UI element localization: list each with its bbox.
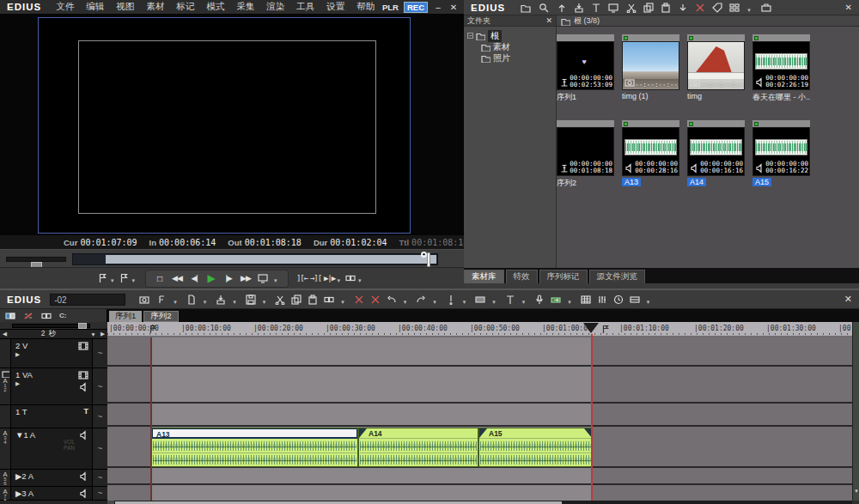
set-out-marker-button[interactable] (118, 270, 131, 286)
clip-title-bar[interactable]: A14 (359, 428, 478, 439)
clip-title-bar[interactable]: A13 (152, 428, 357, 439)
search-icon[interactable] (539, 3, 550, 13)
add-to-timeline-icon[interactable] (678, 3, 688, 13)
play-io-caret-icon[interactable]: ▾ (338, 277, 341, 284)
bin-clip-timg[interactable]: --:--:--:-- timg (687, 34, 745, 101)
create-title-icon[interactable] (591, 3, 601, 13)
out-point-marker-icon[interactable] (602, 325, 610, 334)
bin-clip-a14[interactable]: 00:00:00:0000:00:16:16 A14 (687, 120, 745, 187)
delete-icon[interactable] (695, 3, 705, 13)
scale-increase-icon[interactable]: ▶ (98, 331, 107, 337)
redo-icon[interactable] (416, 295, 426, 305)
add-marker-icon[interactable] (446, 295, 456, 305)
speaker-icon[interactable] (79, 382, 88, 392)
track-header-3a[interactable]: A 78 ▶3 A ~ (0, 487, 107, 501)
export-caret-icon[interactable]: ▾ (568, 299, 571, 306)
timeline-vertical-scrollbar[interactable]: ▼ (852, 322, 859, 501)
close-icon[interactable]: ✕ (448, 3, 459, 12)
timeline-ruler[interactable]: |00:00:00:00 |00:00:10:00 |00:00:20:00 |… (107, 322, 852, 337)
properties-icon[interactable] (712, 3, 722, 13)
playhead-line[interactable] (591, 334, 593, 501)
menu-edit[interactable]: 编辑 (80, 1, 110, 13)
render-icon[interactable] (630, 295, 640, 305)
folder-panel-close-icon[interactable]: ✕ (545, 16, 552, 25)
collapse-box-icon[interactable]: − (467, 33, 473, 39)
redo-caret-icon[interactable]: ▾ (433, 299, 436, 306)
film-icon[interactable] (78, 341, 88, 350)
transition-icon[interactable] (475, 295, 485, 305)
plr-mode-button[interactable]: PLR (382, 3, 399, 12)
save-caret-icon[interactable]: ▾ (263, 299, 266, 306)
scroll-down-icon[interactable]: ▼ (853, 489, 859, 494)
title-caret-icon[interactable]: ▾ (522, 299, 526, 306)
position-bar[interactable] (72, 253, 438, 265)
track-patch-icon[interactable]: ~ (92, 368, 107, 404)
sequence-name-field[interactable]: -02 (50, 294, 125, 306)
folder-item-photos[interactable]: 照片 (467, 52, 556, 64)
view-mode-caret-icon[interactable]: ▾ (747, 7, 751, 14)
set-in-marker-button[interactable] (96, 270, 110, 286)
speaker-icon[interactable] (79, 471, 88, 481)
import-caret-icon[interactable]: ▾ (233, 299, 236, 306)
loop-caret-icon[interactable]: ▾ (274, 277, 277, 284)
position-handle[interactable] (427, 252, 430, 267)
timeline-clip-a15[interactable]: A15 (478, 428, 593, 467)
save-icon[interactable] (246, 295, 256, 305)
scale-decrease-icon[interactable]: ◀ (0, 331, 9, 337)
export-caret-icon[interactable]: ▾ (358, 277, 362, 284)
match-frame-icon[interactable] (324, 295, 334, 305)
speaker-icon[interactable] (79, 430, 88, 440)
track-header-1a[interactable]: A 34 ▼1 A VOL PAN ~ (0, 428, 107, 470)
goto-out-button[interactable]: →][ (309, 270, 323, 286)
minimize-icon[interactable]: – (433, 3, 443, 12)
trim-grid-icon[interactable] (581, 295, 591, 305)
menu-settings[interactable]: 设置 (320, 1, 350, 13)
copy-icon[interactable] (291, 295, 302, 305)
play-button[interactable]: ▶ (204, 270, 218, 286)
paste-icon[interactable] (661, 3, 671, 13)
track-patch-icon[interactable]: ~ (92, 405, 107, 428)
track-patch-icon[interactable]: ~ (92, 487, 107, 500)
audio-mixer-icon[interactable] (597, 295, 607, 305)
paste-icon[interactable] (308, 295, 318, 305)
film-icon[interactable] (78, 370, 88, 380)
voiceover-mic-icon[interactable] (534, 295, 545, 305)
play-in-to-out-button[interactable]: ▶|▶ (323, 270, 337, 286)
capture-icon[interactable] (139, 295, 150, 305)
bin-clip-spring-song[interactable]: 00:00:00:0000:02:26:19 春天在哪里 - 小... (752, 34, 810, 101)
insert-overwrite-mode-icon[interactable] (5, 311, 15, 321)
in-marker-caret-icon[interactable]: ▾ (111, 277, 114, 284)
export-icon[interactable] (551, 295, 561, 305)
menu-view[interactable]: 视图 (110, 1, 140, 13)
shuttle-knob[interactable] (421, 252, 427, 258)
timeline-close-icon[interactable]: ✕ (844, 294, 852, 305)
timeline-zoom-handle[interactable] (78, 323, 87, 329)
match-frame-caret-icon[interactable]: ▾ (341, 299, 344, 306)
transition-caret-icon[interactable]: ▾ (492, 299, 496, 306)
jog-slider[interactable] (6, 257, 66, 262)
folder-item-clips[interactable]: 素材 (467, 41, 556, 52)
track-header-2a[interactable]: A 56 ▶2 A ~ (0, 470, 107, 487)
bin-close-icon[interactable]: ✕ (845, 3, 852, 12)
folder-item-root[interactable]: − 根 (467, 30, 556, 41)
marker-caret-icon[interactable]: ▾ (463, 299, 466, 306)
timeline-horizontal-scrollbar[interactable] (107, 501, 852, 504)
track-header-1t[interactable]: 1 T T ~ (0, 405, 107, 428)
add-clip-icon[interactable] (574, 3, 584, 13)
copy-icon[interactable] (643, 3, 654, 13)
tab-sequence-2[interactable]: 序列2 (143, 311, 178, 322)
effects-caret-icon[interactable]: ▾ (174, 299, 177, 306)
cut-icon[interactable] (275, 295, 285, 305)
menu-render[interactable]: 渲染 (260, 1, 290, 13)
loop-playback-button[interactable] (256, 270, 270, 286)
tab-sequence-1[interactable]: 序列1 (109, 311, 142, 322)
briefcase-icon[interactable] (761, 3, 771, 13)
fast-forward-button[interactable]: ▶▶ (239, 270, 253, 286)
cut-icon[interactable] (626, 3, 637, 13)
undo-icon[interactable] (387, 295, 397, 305)
menu-capture[interactable]: 采集 (230, 1, 260, 13)
import-icon[interactable] (216, 295, 226, 305)
menu-marker[interactable]: 标记 (170, 1, 200, 13)
timeline-clip-a13[interactable]: A13 (151, 428, 358, 467)
previous-frame-button[interactable]: ◀| (187, 270, 201, 286)
